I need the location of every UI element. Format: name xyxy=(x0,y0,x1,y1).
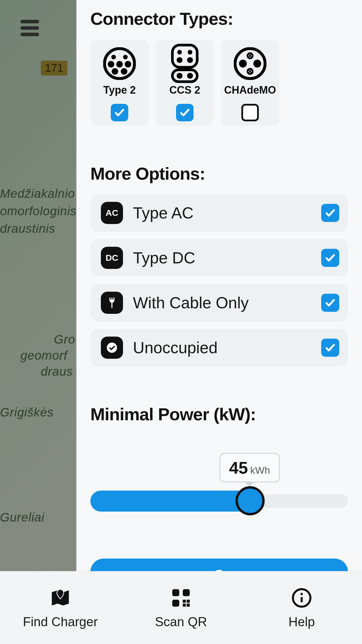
svg-point-12 xyxy=(187,57,193,63)
filter-panel: Connector Types: Type 2 xyxy=(76,0,362,644)
map-pin-icon xyxy=(49,587,72,609)
more-options-list: AC Type AC DC Type DC With Cable Only xyxy=(90,194,348,366)
ccs2-connector-icon xyxy=(168,48,201,79)
svg-point-10 xyxy=(188,50,192,55)
svg-rect-31 xyxy=(187,600,190,603)
minimal-power-title: Minimal Power (kW): xyxy=(90,404,348,424)
connector-label: Type 2 xyxy=(103,84,136,96)
tab-find-charger[interactable]: Find Charger xyxy=(0,587,121,629)
option-checkbox-dc[interactable] xyxy=(321,249,339,267)
svg-point-9 xyxy=(177,50,182,55)
tab-scan-qr[interactable]: Scan QR xyxy=(121,587,241,629)
svg-rect-29 xyxy=(172,600,179,607)
svg-point-14 xyxy=(177,73,182,79)
svg-point-5 xyxy=(125,61,131,67)
more-options-title: More Options: xyxy=(90,164,348,184)
svg-point-25 xyxy=(107,343,117,353)
slider-fill xyxy=(90,491,250,512)
connector-checkbox-type2[interactable] xyxy=(111,104,128,121)
svg-rect-13 xyxy=(172,70,197,82)
ac-icon: AC xyxy=(101,202,123,224)
svg-point-1 xyxy=(111,55,116,59)
check-circle-icon xyxy=(101,337,123,359)
option-type-dc[interactable]: DC Type DC xyxy=(90,239,348,276)
connector-card-ccs2[interactable]: CCS 2 xyxy=(156,39,214,126)
qr-icon xyxy=(170,587,192,609)
tab-label: Help xyxy=(289,615,315,629)
svg-point-15 xyxy=(187,73,193,79)
option-checkbox-cable[interactable] xyxy=(321,294,339,312)
chademo-connector-icon xyxy=(234,48,266,79)
connector-checkbox-ccs2[interactable] xyxy=(176,104,194,121)
slider-tooltip: 45 kWh xyxy=(219,453,280,482)
option-label: Type DC xyxy=(133,249,321,267)
option-with-cable[interactable]: With Cable Only xyxy=(90,284,348,321)
svg-rect-33 xyxy=(187,603,190,607)
svg-point-36 xyxy=(301,593,303,595)
svg-point-20 xyxy=(253,60,261,67)
dc-icon: DC xyxy=(101,247,123,269)
option-checkbox-ac[interactable] xyxy=(321,204,339,222)
connector-label: CHAdeMO xyxy=(224,84,276,96)
svg-point-2 xyxy=(123,55,128,59)
svg-rect-30 xyxy=(183,600,186,603)
option-label: Unoccupied xyxy=(133,338,321,357)
slider-value: 45 xyxy=(229,458,248,477)
tab-help[interactable]: Help xyxy=(241,587,362,629)
connector-checkbox-chademo[interactable] xyxy=(241,104,259,121)
svg-rect-27 xyxy=(172,589,179,596)
slider-unit: kWh xyxy=(250,465,270,476)
svg-rect-32 xyxy=(183,603,186,607)
bottom-tab-bar: Find Charger Scan QR Help xyxy=(0,571,362,644)
power-slider[interactable]: 45 kWh xyxy=(90,459,348,518)
connector-label: CCS 2 xyxy=(169,84,200,96)
svg-point-6 xyxy=(112,68,118,74)
connector-card-type2[interactable]: Type 2 xyxy=(90,39,149,126)
connector-types-title: Connector Types: xyxy=(90,9,348,29)
menu-hamburger-icon[interactable] xyxy=(20,20,39,36)
info-icon xyxy=(290,587,313,609)
option-checkbox-unoccupied[interactable] xyxy=(321,339,339,357)
option-label: With Cable Only xyxy=(133,293,321,312)
svg-rect-8 xyxy=(172,45,197,67)
svg-point-19 xyxy=(239,60,247,67)
svg-point-11 xyxy=(177,57,182,63)
svg-point-4 xyxy=(116,61,123,67)
type2-connector-icon xyxy=(103,48,136,79)
connector-card-chademo[interactable]: CHAdeMO xyxy=(221,39,279,126)
tab-label: Scan QR xyxy=(155,615,207,629)
plug-icon xyxy=(101,292,123,314)
slider-thumb[interactable] xyxy=(236,486,265,515)
option-type-ac[interactable]: AC Type AC xyxy=(90,194,348,232)
svg-point-3 xyxy=(108,61,114,67)
tab-label: Find Charger xyxy=(23,615,98,629)
connector-type-list: Type 2 CCS 2 xyxy=(90,39,348,126)
option-label: Type AC xyxy=(133,204,321,222)
svg-point-7 xyxy=(121,68,127,74)
option-unoccupied[interactable]: Unoccupied xyxy=(90,329,348,366)
svg-rect-28 xyxy=(183,589,190,596)
